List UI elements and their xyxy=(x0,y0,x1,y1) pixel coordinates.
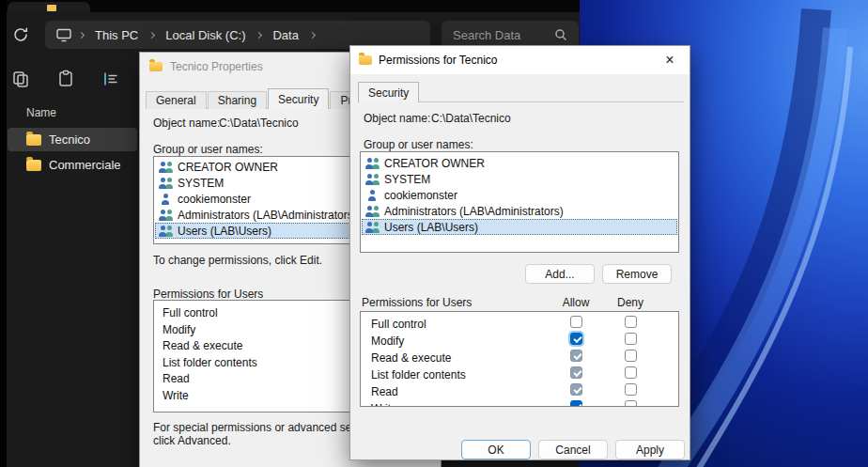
permissions-matrix: Full control Modify Read & execute List … xyxy=(360,311,679,407)
tab-general[interactable]: General xyxy=(146,91,207,109)
folder-icon xyxy=(359,55,372,65)
permissions-tabs: Security xyxy=(358,82,420,102)
user-icon xyxy=(159,194,173,205)
group-name: SYSTEM xyxy=(178,177,224,190)
edit-hint-text: To change permissions, click Edit. xyxy=(153,254,322,267)
breadcrumb-this-pc[interactable]: This PC xyxy=(91,28,142,42)
deny-checkbox-full-control[interactable] xyxy=(625,316,637,328)
group-name: Users (LAB\Users) xyxy=(178,225,271,238)
allow-checkbox-full-control[interactable] xyxy=(570,316,582,328)
deny-checkbox-list-folder[interactable] xyxy=(625,366,637,379)
allow-checkbox-write[interactable] xyxy=(570,400,582,407)
explorer-tabstrip xyxy=(0,0,580,12)
tab-sharing[interactable]: Sharing xyxy=(208,91,267,109)
list-item-selected[interactable]: Users (LAB\Users) xyxy=(362,219,677,235)
breadcrumb-local-disk[interactable]: Local Disk (C:) xyxy=(162,28,249,42)
list-item[interactable]: CREATOR OWNER xyxy=(362,155,677,171)
allow-checkbox-modify[interactable] xyxy=(570,333,582,345)
deny-checkbox-modify[interactable] xyxy=(625,333,637,345)
allow-column-header: Allow xyxy=(557,296,595,309)
group-icon xyxy=(365,174,380,185)
permission-name: Read & execute xyxy=(371,351,451,365)
permission-name: Read xyxy=(371,385,398,398)
group-icon xyxy=(159,162,173,173)
desktop: This PC Local Disk (C:) Data Search Data xyxy=(0,0,868,467)
copy-icon[interactable] xyxy=(11,70,30,88)
group-name: Administrators (LAB\Administrators) xyxy=(178,209,357,222)
tab-security[interactable]: Security xyxy=(268,88,329,109)
explorer-tab[interactable] xyxy=(8,2,90,12)
chevron-right-icon xyxy=(256,31,262,38)
paste-icon[interactable] xyxy=(56,70,75,88)
object-name-value: C:\Data\Tecnico xyxy=(219,117,299,130)
permission-row: Write xyxy=(362,400,677,407)
tab-security[interactable]: Security xyxy=(358,82,419,102)
deny-column-header: Deny xyxy=(612,296,649,309)
allow-checkbox-read-execute[interactable] xyxy=(570,350,582,362)
cancel-button[interactable]: Cancel xyxy=(538,440,608,459)
user-icon xyxy=(365,190,380,201)
object-name-label: Object name: xyxy=(153,117,220,130)
this-pc-icon[interactable] xyxy=(56,28,71,42)
permissions-title-bar[interactable]: Permissions for Tecnico × xyxy=(350,46,690,74)
group-names-label: Group or user names: xyxy=(153,143,263,156)
dialog-title: Permissions for Tecnico xyxy=(379,54,498,67)
folder-icon xyxy=(149,62,163,71)
rename-icon[interactable] xyxy=(101,70,120,88)
group-name: CREATOR OWNER xyxy=(178,161,278,174)
search-icon xyxy=(554,28,567,41)
permission-row: List folder contents xyxy=(362,366,677,383)
chevron-right-icon xyxy=(148,31,155,38)
chevron-right-icon xyxy=(78,31,85,38)
file-row-commerciale[interactable]: Commerciale xyxy=(8,153,137,177)
permissions-label: Permissions for Users xyxy=(153,288,263,301)
group-name: cookiemonster xyxy=(178,193,251,206)
advanced-hint-line2: click Advanced. xyxy=(153,434,231,447)
window-edge xyxy=(0,0,7,467)
permission-name: Write xyxy=(371,402,397,407)
permissions-dialog: Permissions for Tecnico × Security Objec… xyxy=(349,45,690,460)
apply-button[interactable]: Apply xyxy=(615,440,685,459)
advanced-hint-line1: For special permissions or advanced sett… xyxy=(153,421,373,434)
deny-checkbox-read-execute[interactable] xyxy=(625,350,637,362)
file-row-tecnico[interactable]: Tecnico xyxy=(8,128,137,151)
explorer-toolbar xyxy=(11,70,120,88)
group-name: cookiemonster xyxy=(384,189,457,202)
list-item[interactable]: cookiemonster xyxy=(362,187,677,203)
dialog-title: Tecnico Properties xyxy=(170,60,263,73)
breadcrumb-data[interactable]: Data xyxy=(269,28,302,42)
ok-button[interactable]: OK xyxy=(461,440,531,459)
permission-row: Read xyxy=(362,383,677,400)
deny-checkbox-write[interactable] xyxy=(625,400,637,407)
object-name-value: C:\Data\Tecnico xyxy=(431,112,511,125)
group-name: SYSTEM xyxy=(384,173,430,186)
group-icon xyxy=(365,206,380,217)
permission-row: Full control xyxy=(362,316,677,333)
object-name-label: Object name: xyxy=(364,112,430,125)
allow-checkbox-list-folder[interactable] xyxy=(570,366,582,379)
group-name: Administrators (LAB\Administrators) xyxy=(384,205,564,218)
list-item[interactable]: Administrators (LAB\Administrators) xyxy=(362,203,677,219)
folder-icon xyxy=(47,5,56,11)
allow-checkbox-read[interactable] xyxy=(570,383,582,396)
refresh-icon xyxy=(11,25,30,44)
add-button[interactable]: Add... xyxy=(525,264,595,284)
group-icon xyxy=(159,226,173,237)
folder-icon xyxy=(26,160,41,171)
file-name: Tecnico xyxy=(49,132,90,147)
group-icon xyxy=(159,178,173,189)
group-name: CREATOR OWNER xyxy=(384,157,485,170)
deny-checkbox-read[interactable] xyxy=(625,383,637,396)
refresh-button[interactable] xyxy=(11,25,30,44)
permissions-label: Permissions for Users xyxy=(362,296,472,309)
close-button[interactable]: × xyxy=(659,49,681,71)
remove-button[interactable]: Remove xyxy=(602,264,672,284)
search-placeholder: Search Data xyxy=(453,28,520,42)
group-icon xyxy=(159,210,173,221)
group-names-label: Group or user names: xyxy=(364,138,473,151)
permission-name: List folder contents xyxy=(371,368,466,381)
permission-row: Modify xyxy=(362,333,677,350)
name-column-header[interactable]: Name xyxy=(26,106,56,119)
list-item[interactable]: SYSTEM xyxy=(362,171,677,187)
folder-icon xyxy=(26,134,41,146)
